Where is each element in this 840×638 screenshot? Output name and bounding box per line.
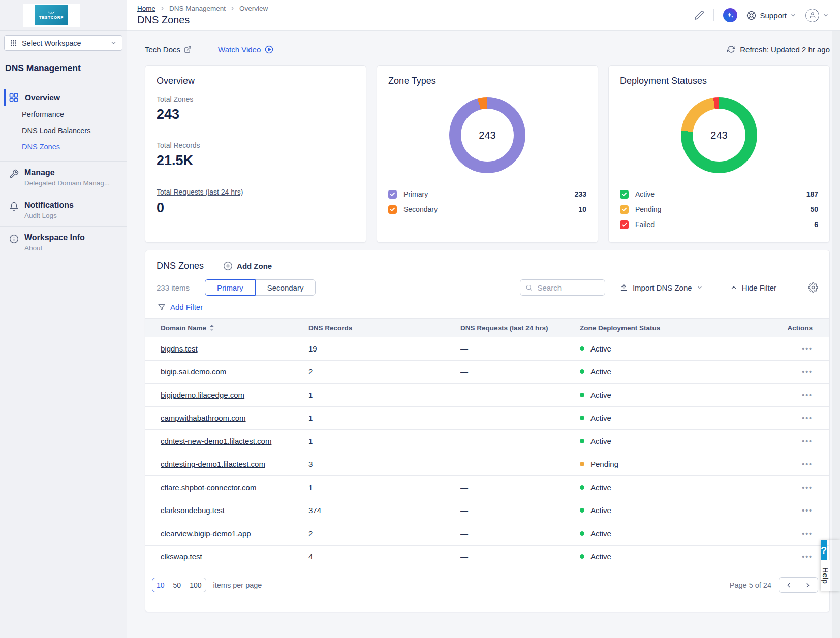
dns-requests-cell: — [460, 367, 580, 376]
sidebar-item-overview[interactable]: Overview [4, 89, 127, 106]
sidebar-item-dns-load-balancers[interactable]: DNS Load Balancers [0, 122, 127, 139]
page-size-50[interactable]: 50 [169, 578, 186, 592]
help-tab-button[interactable]: Help [821, 560, 830, 591]
external-link-icon [184, 46, 192, 53]
import-dns-zone-button[interactable]: Import DNS Zone [619, 283, 703, 292]
table-settings-button[interactable] [808, 282, 818, 293]
table-row: bigdns.test 19 — Active ••• [145, 337, 829, 361]
row-actions-button[interactable]: ••• [802, 345, 813, 353]
dns-requests-cell: — [460, 529, 580, 538]
col-dns-records: DNS Records [308, 324, 460, 332]
dns-requests-cell: — [460, 391, 580, 399]
domain-link[interactable]: bigdns.test [161, 344, 198, 353]
row-actions-button[interactable]: ••• [802, 484, 813, 492]
chevron-down-icon [790, 12, 796, 18]
sidebar-item-performance[interactable]: Performance [0, 106, 127, 122]
status-dot-icon [580, 485, 584, 490]
table-row: cdntesting-demo1.lilactest.com 3 — Pendi… [145, 453, 829, 476]
tab-secondary[interactable]: Secondary [256, 279, 316, 296]
hide-filter-button[interactable]: Hide Filter [730, 283, 776, 292]
domain-link[interactable]: cdntesting-demo1.lilactest.com [161, 460, 265, 468]
row-actions-button[interactable]: ••• [802, 437, 813, 445]
sidebar-item-manage[interactable]: Manage Delegated Domain Manag... [0, 162, 127, 194]
dns-requests-cell: — [460, 413, 580, 422]
sidebar-item-notifications[interactable]: Notifications Audit Logs [0, 194, 127, 227]
domain-link[interactable]: cdntest-new-demo1.lilactest.com [161, 437, 271, 445]
refresh-button[interactable]: Refresh: Updated 2 hr ago [727, 45, 830, 54]
search-box[interactable] [520, 279, 605, 296]
stat-value: 243 [157, 107, 355, 122]
support-menu-button[interactable]: Support [746, 11, 796, 20]
dns-records-cell: 4 [308, 552, 460, 561]
ai-assistant-button[interactable] [723, 8, 737, 22]
domain-link[interactable]: clarksondebug.test [161, 506, 225, 515]
search-icon [525, 283, 533, 292]
deployment-status-cell: Active [580, 506, 757, 515]
row-actions-button[interactable]: ••• [802, 460, 813, 468]
logo-wings-icon [48, 11, 55, 14]
refresh-label: Refresh: Updated 2 hr ago [740, 45, 830, 54]
zone-types-donut-chart: 243 [449, 97, 525, 173]
lifebuoy-icon [746, 11, 756, 20]
zone-type-tabs: Primary Secondary [205, 279, 316, 296]
legend-checkbox[interactable] [388, 205, 397, 214]
table-row: cdntest-new-demo1.lilactest.com 1 — Acti… [145, 430, 829, 453]
row-actions-button[interactable]: ••• [802, 391, 813, 399]
row-actions-button[interactable]: ••• [802, 506, 813, 515]
status-label: Active [590, 367, 611, 376]
watch-video-link[interactable]: Watch Video [218, 45, 273, 54]
theme-brush-button[interactable] [694, 10, 704, 20]
sidebar: TESTCORP Select Workspace DNS Management… [0, 0, 127, 638]
breadcrumb-item[interactable]: DNS Management [169, 5, 226, 12]
legend-checkbox[interactable] [620, 190, 629, 199]
domain-link[interactable]: cflare.shpbot-connector.com [161, 483, 256, 492]
search-input[interactable] [536, 283, 599, 293]
next-page-button[interactable] [798, 577, 818, 593]
section-subtitle: Delegated Domain Manag... [24, 179, 110, 187]
add-filter-button[interactable]: Add Filter [158, 303, 203, 311]
col-domain-name[interactable]: Domain Name [161, 324, 206, 332]
total-requests-link[interactable]: Total Requests (last 24 hrs) [157, 188, 243, 196]
breadcrumb-home-link[interactable]: Home [137, 5, 155, 12]
legend-value: 6 [814, 220, 818, 229]
workspace-selector[interactable]: Select Workspace [4, 35, 122, 51]
legend-checkbox[interactable] [388, 190, 397, 199]
tab-primary[interactable]: Primary [205, 279, 256, 296]
check-icon [621, 192, 627, 197]
domain-link[interactable]: clearview.bigip-demo1.app [161, 529, 251, 538]
domain-link[interactable]: campwithabathroom.com [161, 413, 246, 422]
sidebar-item-dns-zones[interactable]: DNS Zones [0, 139, 127, 155]
legend-checkbox[interactable] [620, 220, 629, 229]
account-menu-button[interactable] [805, 9, 829, 22]
help-question-button[interactable]: ? [821, 540, 827, 560]
page-size-100[interactable]: 100 [185, 578, 206, 592]
section-title: Workspace Info [24, 233, 85, 242]
row-actions-button[interactable]: ••• [802, 368, 813, 376]
sort-icon[interactable] [210, 325, 214, 331]
legend-checkbox[interactable] [620, 205, 629, 214]
domain-link[interactable]: bigipdemo.lilacedge.com [161, 391, 244, 399]
row-actions-button[interactable]: ••• [802, 530, 813, 538]
row-actions-button[interactable]: ••• [802, 414, 813, 422]
tech-docs-link[interactable]: Tech Docs [145, 45, 192, 54]
status-dot-icon [580, 439, 584, 443]
chevron-right-icon [804, 582, 812, 589]
add-filter-label: Add Filter [170, 303, 203, 311]
table-row: campwithabathroom.com 1 — Active ••• [145, 407, 829, 430]
domain-link[interactable]: bigip.sai.demo.com [161, 367, 226, 376]
workspace-selector-label: Select Workspace [22, 39, 81, 47]
domain-link[interactable]: clkswap.test [161, 552, 202, 561]
table-row: clearview.bigip-demo1.app 2 — Active ••• [145, 522, 829, 546]
donut-center-value: 243 [461, 109, 514, 162]
legend-label: Active [635, 190, 655, 198]
status-label: Active [590, 391, 611, 399]
sidebar-item-workspace-info[interactable]: Workspace Info About [0, 227, 127, 259]
legend-item: Failed6 [620, 217, 818, 232]
add-zone-button[interactable]: Add Zone [223, 261, 272, 271]
status-label: Active [590, 552, 611, 561]
prev-page-button[interactable] [779, 577, 798, 593]
funnel-icon [158, 303, 166, 311]
breadcrumb-chevron-icon [230, 6, 235, 11]
page-size-10[interactable]: 10 [152, 578, 169, 592]
row-actions-button[interactable]: ••• [802, 553, 813, 561]
